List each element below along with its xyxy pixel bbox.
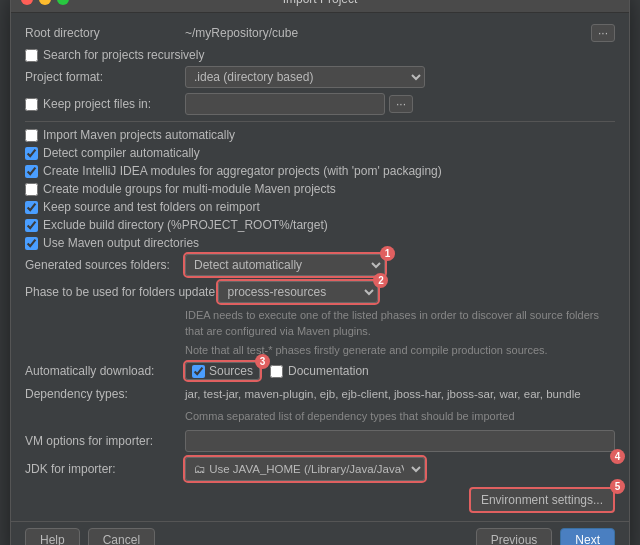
jdk-label: JDK for importer:	[25, 462, 185, 476]
close-button[interactable]	[21, 0, 33, 5]
footer-right: Previous Next	[476, 528, 615, 545]
root-directory-label: Root directory	[25, 26, 185, 40]
project-format-select[interactable]: .idea (directory based)	[185, 66, 425, 88]
footer: Help Cancel Previous Next	[11, 521, 629, 545]
main-content: Root directory ~/myRepository/cube ··· S…	[11, 13, 629, 521]
project-format-row: Project format: .idea (directory based)	[25, 66, 615, 88]
import-maven-label[interactable]: Import Maven projects automatically	[25, 128, 235, 142]
vm-options-label: VM options for importer:	[25, 434, 185, 448]
badge-1: 1	[380, 246, 395, 261]
use-maven-checkbox[interactable]	[25, 237, 38, 250]
root-directory-row: Root directory ~/myRepository/cube ···	[25, 23, 615, 43]
vm-options-row: VM options for importer:	[25, 430, 615, 452]
keep-source-label[interactable]: Keep source and test folders on reimport	[25, 200, 260, 214]
create-groups-checkbox[interactable]	[25, 183, 38, 196]
browse-keep-button[interactable]: ···	[389, 95, 413, 113]
dep-types-hint: Comma separated list of dependency types…	[185, 409, 615, 424]
env-badge-wrapper: Environment settings... 5	[469, 487, 615, 513]
vm-options-input[interactable]	[185, 430, 615, 452]
root-directory-value: ~/myRepository/cube	[185, 26, 591, 40]
import-project-window: Import Project Root directory ~/myReposi…	[10, 0, 630, 545]
keep-source-checkbox[interactable]	[25, 201, 38, 214]
dep-types-row: Dependency types: jar, test-jar, maven-p…	[25, 384, 615, 404]
sources-checkbox[interactable]	[192, 365, 205, 378]
sources-checkbox-label[interactable]: Sources	[185, 362, 260, 380]
exclude-build-row: Exclude build directory (%PROJECT_ROOT%/…	[25, 218, 615, 232]
documentation-checkbox-label[interactable]: Documentation	[270, 364, 369, 378]
project-format-label: Project format:	[25, 70, 185, 84]
search-projects-checkbox-label[interactable]: Search for projects recursively	[25, 48, 204, 62]
detect-compiler-label[interactable]: Detect compiler automatically	[25, 146, 200, 160]
create-groups-label[interactable]: Create module groups for multi-module Ma…	[25, 182, 336, 196]
badge-5: 5	[610, 479, 625, 494]
create-modules-label[interactable]: Create IntelliJ IDEA modules for aggrega…	[25, 164, 442, 178]
info-text-2: Note that all test-* phases firstly gene…	[185, 343, 615, 358]
window-title: Import Project	[283, 0, 358, 6]
previous-button[interactable]: Previous	[476, 528, 553, 545]
help-button[interactable]: Help	[25, 528, 80, 545]
import-maven-checkbox[interactable]	[25, 129, 38, 142]
create-modules-checkbox[interactable]	[25, 165, 38, 178]
use-maven-row: Use Maven output directories	[25, 236, 615, 250]
phase-select[interactable]: process-resources	[218, 281, 378, 303]
auto-download-row: Automatically download: Sources 3 Docume…	[25, 362, 615, 380]
info-text-1: IDEA needs to execute one of the listed …	[185, 308, 615, 339]
dep-types-label: Dependency types:	[25, 387, 185, 401]
badge-4: 4	[610, 449, 625, 464]
keep-project-checkbox[interactable]	[25, 98, 38, 111]
maximize-button[interactable]	[57, 0, 69, 5]
phase-label: Phase to be used for folders update:	[25, 285, 218, 299]
phase-badge-wrapper: process-resources 2	[218, 281, 378, 303]
badge-2: 2	[373, 273, 388, 288]
auto-download-label: Automatically download:	[25, 364, 185, 378]
footer-left: Help Cancel	[25, 528, 155, 545]
keep-source-row: Keep source and test folders on reimport	[25, 200, 615, 214]
generated-sources-label: Generated sources folders:	[25, 258, 185, 272]
badge-3: 3	[255, 354, 270, 369]
create-modules-row: Create IntelliJ IDEA modules for aggrega…	[25, 164, 615, 178]
detect-compiler-row: Detect compiler automatically	[25, 146, 615, 160]
keep-project-row: Keep project files in: ···	[25, 93, 615, 115]
exclude-build-label[interactable]: Exclude build directory (%PROJECT_ROOT%/…	[25, 218, 328, 232]
next-button[interactable]: Next	[560, 528, 615, 545]
jdk-badge-wrapper: 🗂 Use JAVA_HOME (/Library/Java/JavaVirtu…	[185, 457, 615, 481]
titlebar: Import Project	[11, 0, 629, 13]
detect-compiler-checkbox[interactable]	[25, 147, 38, 160]
minimize-button[interactable]	[39, 0, 51, 5]
generated-sources-badge-wrapper: Detect automatically 1	[185, 254, 385, 276]
phase-row: Phase to be used for folders update: pro…	[25, 281, 615, 303]
env-settings-button[interactable]: Environment settings...	[469, 487, 615, 513]
search-projects-row: Search for projects recursively	[25, 48, 615, 62]
jdk-select[interactable]: 🗂 Use JAVA_HOME (/Library/Java/JavaVirtu…	[185, 457, 425, 481]
jdk-row: JDK for importer: 🗂 Use JAVA_HOME (/Libr…	[25, 457, 615, 481]
keep-project-checkbox-label[interactable]: Keep project files in:	[25, 97, 185, 111]
generated-sources-row: Generated sources folders: Detect automa…	[25, 254, 615, 276]
import-maven-row: Import Maven projects automatically	[25, 128, 615, 142]
documentation-checkbox[interactable]	[270, 365, 283, 378]
create-groups-row: Create module groups for multi-module Ma…	[25, 182, 615, 196]
generated-sources-select[interactable]: Detect automatically	[185, 254, 385, 276]
window-controls	[21, 0, 69, 5]
cancel-button[interactable]: Cancel	[88, 528, 155, 545]
use-maven-label[interactable]: Use Maven output directories	[25, 236, 199, 250]
exclude-build-checkbox[interactable]	[25, 219, 38, 232]
keep-project-input[interactable]	[185, 93, 385, 115]
dep-types-value: jar, test-jar, maven-plugin, ejb, ejb-cl…	[185, 388, 615, 400]
browse-root-button[interactable]: ···	[591, 24, 615, 42]
search-projects-checkbox[interactable]	[25, 49, 38, 62]
env-settings-row: Environment settings... 5	[25, 487, 615, 513]
sources-badge-wrapper: Sources 3	[185, 362, 260, 380]
